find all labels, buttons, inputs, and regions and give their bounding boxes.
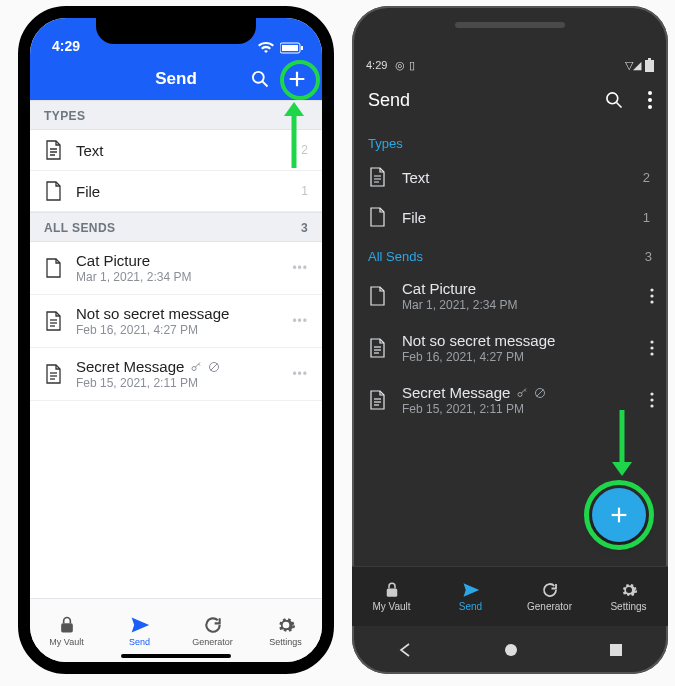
send-subtitle: Feb 15, 2021, 2:11 PM	[76, 376, 280, 390]
more-button[interactable]	[646, 288, 658, 304]
svg-line-4	[263, 82, 268, 87]
tab-settings[interactable]: Settings	[589, 567, 668, 626]
tab-label: Send	[459, 601, 482, 612]
tab-settings[interactable]: Settings	[249, 599, 322, 662]
svg-rect-21	[645, 60, 654, 72]
more-button[interactable]: •••	[292, 314, 308, 328]
send-row[interactable]: Cat Picture Mar 1, 2021, 2:34 PM •••	[30, 242, 322, 295]
svg-point-23	[607, 93, 618, 104]
svg-rect-1	[282, 45, 298, 51]
send-row[interactable]: Not so secret message Feb 16, 2021, 4:27…	[30, 295, 322, 348]
fab-add-button[interactable]	[592, 488, 646, 542]
text-file-icon	[368, 338, 388, 358]
section-header-count: 3	[301, 221, 308, 235]
svg-point-38	[650, 346, 653, 349]
page-title: Send	[155, 69, 197, 89]
tab-generator[interactable]: Generator	[176, 599, 249, 662]
tab-send[interactable]: Send	[103, 599, 176, 662]
section-header-label: TYPES	[44, 109, 85, 123]
tab-label: Send	[129, 637, 150, 647]
more-button[interactable]: •••	[292, 367, 308, 381]
section-header-count: 3	[645, 249, 652, 264]
status-icon: ◎	[395, 59, 405, 72]
svg-point-37	[650, 340, 653, 343]
ios-navbar: Send	[30, 58, 322, 100]
send-subtitle: Feb 16, 2021, 4:27 PM	[402, 350, 632, 364]
section-header-label: All Sends	[368, 249, 423, 264]
status-icon: ▯	[409, 59, 415, 72]
more-button[interactable]	[646, 340, 658, 356]
send-row[interactable]: Cat Picture Mar 1, 2021, 2:34 PM	[352, 270, 668, 322]
svg-point-48	[650, 404, 653, 407]
overflow-menu-button[interactable]	[640, 83, 660, 117]
nav-home-button[interactable]	[503, 642, 519, 658]
signal-icon: ▽◢	[625, 59, 641, 72]
battery-icon	[645, 58, 654, 72]
disabled-icon	[208, 361, 220, 373]
tab-generator[interactable]: Generator	[510, 567, 589, 626]
android-status-time: 4:29	[366, 59, 387, 71]
gear-icon	[620, 581, 638, 599]
type-row-text[interactable]: Text 2	[352, 157, 668, 197]
file-icon	[44, 258, 64, 278]
more-button[interactable]: •••	[292, 261, 308, 275]
ios-device-frame: 4:29 Send TYPES Text 2 File 1	[18, 6, 334, 674]
section-header-types: TYPES	[30, 100, 322, 130]
text-file-icon	[368, 167, 388, 187]
svg-point-52	[505, 644, 517, 656]
refresh-icon	[541, 581, 559, 599]
search-button[interactable]	[250, 69, 270, 89]
file-icon	[44, 181, 64, 201]
ios-notch	[96, 18, 256, 44]
send-subtitle: Feb 15, 2021, 2:11 PM	[402, 402, 632, 416]
android-device-frame: 4:29 ◎ ▯ ▽◢ Send Types Text 2 File	[352, 6, 668, 674]
section-header-types: Types	[352, 124, 668, 157]
send-subtitle: Mar 1, 2021, 2:34 PM	[76, 270, 280, 284]
tab-label: My Vault	[372, 601, 410, 612]
disabled-icon	[534, 387, 546, 399]
row-title: Text	[76, 142, 289, 159]
tab-vault[interactable]: My Vault	[30, 599, 103, 662]
svg-point-31	[650, 288, 653, 291]
svg-point-47	[650, 398, 653, 401]
send-subtitle: Feb 16, 2021, 4:27 PM	[76, 323, 280, 337]
text-file-icon	[44, 140, 64, 160]
svg-point-25	[648, 91, 652, 95]
svg-line-45	[537, 389, 544, 396]
refresh-icon	[203, 615, 223, 635]
nav-back-button[interactable]	[397, 642, 413, 658]
svg-rect-51	[386, 589, 397, 597]
tab-label: Generator	[192, 637, 233, 647]
svg-point-43	[518, 392, 522, 396]
type-row-file[interactable]: File 1	[352, 197, 668, 237]
type-row-file[interactable]: File 1	[30, 171, 322, 212]
row-title: File	[76, 183, 289, 200]
svg-line-18	[211, 363, 218, 370]
lock-icon	[383, 581, 401, 599]
svg-point-46	[650, 392, 653, 395]
row-count: 1	[301, 184, 308, 198]
send-row[interactable]: Not so secret message Feb 16, 2021, 4:27…	[352, 322, 668, 374]
tab-vault[interactable]: My Vault	[352, 567, 431, 626]
send-row[interactable]: Secret Message Feb 15, 2021, 2:11 PM	[352, 374, 668, 426]
row-title: Text	[402, 169, 621, 186]
text-file-icon	[44, 311, 64, 331]
type-row-text[interactable]: Text 2	[30, 130, 322, 171]
ios-tabbar: My Vault Send Generator Settings	[30, 598, 322, 662]
file-icon	[368, 207, 388, 227]
more-button[interactable]	[646, 392, 658, 408]
svg-rect-2	[301, 46, 303, 50]
tab-send[interactable]: Send	[431, 567, 510, 626]
send-icon	[462, 581, 480, 599]
row-count: 1	[635, 210, 658, 225]
key-icon	[516, 387, 528, 399]
nav-recents-button[interactable]	[609, 643, 623, 657]
send-row[interactable]: Secret Message Feb 15, 2021, 2:11 PM •••	[30, 348, 322, 401]
add-button[interactable]	[286, 68, 308, 90]
search-button[interactable]	[596, 82, 632, 118]
file-icon	[368, 286, 388, 306]
svg-rect-53	[610, 644, 622, 656]
section-header-label: Types	[368, 136, 403, 151]
battery-icon	[280, 42, 304, 54]
send-title: Cat Picture	[402, 280, 632, 297]
